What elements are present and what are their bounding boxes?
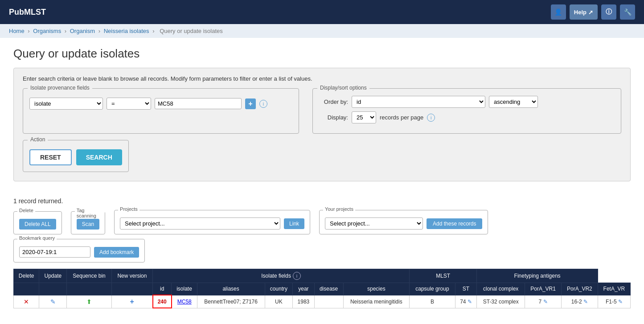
action-bars: Delete Delete ALL Tag scanning Scan Proj… bbox=[13, 210, 631, 234]
display-sort-options: Order by: id isolate country year ascend… bbox=[319, 96, 615, 123]
breadcrumb-organism[interactable]: Organism bbox=[70, 28, 95, 34]
col-group-delete: Delete bbox=[14, 269, 39, 283]
cell-porA-VR1: 7 ✎ bbox=[525, 295, 562, 308]
delete-fieldset: Delete Delete ALL bbox=[13, 211, 62, 234]
page-title: Query or update isolates bbox=[13, 47, 631, 61]
add-field-button[interactable]: + bbox=[245, 98, 256, 109]
st-edit-icon[interactable]: ✎ bbox=[468, 299, 472, 305]
breadcrumb-home[interactable]: Home bbox=[9, 28, 25, 34]
col-group-finetyping: Finetyping antigens bbox=[477, 269, 598, 283]
th-country: country bbox=[265, 283, 293, 295]
per-page-select[interactable]: 25 10 50 100 bbox=[352, 111, 376, 123]
tag-scanning-legend: Tag scanning bbox=[75, 208, 105, 218]
app-title: PubMLST bbox=[9, 8, 46, 17]
breadcrumb-neisseria[interactable]: Neisseria isolates bbox=[104, 28, 149, 34]
th-clonal-complex: clonal complex bbox=[477, 283, 525, 295]
isolate-field-select[interactable]: isolate country year disease species bbox=[29, 98, 103, 110]
th-disease: disease bbox=[314, 283, 343, 295]
order-by-label: Order by: bbox=[319, 98, 348, 105]
your-projects-fieldset: Your projects Select project... Add thes… bbox=[319, 210, 488, 234]
col-group-isolate-fields: Isolate fields i bbox=[153, 269, 410, 283]
search-panel: Enter search criteria or leave blank to … bbox=[13, 68, 631, 181]
th-id: id bbox=[153, 283, 172, 295]
porA-VR2-edit-icon[interactable]: ✎ bbox=[583, 299, 588, 305]
operator-select[interactable]: = contains starts with ends with bbox=[107, 98, 151, 110]
cell-aliases: BennettTree07; Z7176 bbox=[197, 295, 265, 308]
page-content: Query or update isolates Enter search cr… bbox=[0, 38, 644, 197]
cell-seqbin: ⬆ bbox=[67, 295, 111, 308]
delete-all-button[interactable]: Delete ALL bbox=[19, 219, 56, 230]
add-bookmark-button[interactable]: Add bookmark bbox=[94, 247, 139, 258]
help-button[interactable]: Help ➚ bbox=[570, 4, 598, 20]
settings-icon[interactable]: 🔧 bbox=[620, 4, 635, 20]
cell-capsule-group: B bbox=[410, 295, 455, 308]
th-delete-action bbox=[14, 283, 39, 295]
display-info-icon[interactable]: i bbox=[427, 114, 435, 122]
info-icon[interactable]: ⓘ bbox=[601, 4, 616, 20]
cell-disease bbox=[314, 295, 343, 308]
your-project-select[interactable]: Select project... bbox=[325, 217, 423, 230]
cell-porA-VR2: 16-2 ✎ bbox=[562, 295, 598, 308]
cell-country: UK bbox=[265, 295, 293, 308]
th-fetA-VR: FetA_VR bbox=[598, 283, 630, 295]
info-text: Enter search criteria or leave blank to … bbox=[23, 75, 621, 82]
your-projects-row: Select project... Add these records bbox=[325, 217, 482, 230]
results-table: Delete Update Sequence bin New version I… bbox=[13, 269, 631, 308]
reset-button[interactable]: RESET bbox=[29, 149, 72, 165]
top-bar-icons: 👤 Help ➚ ⓘ 🔧 bbox=[551, 4, 635, 20]
user-icon[interactable]: 👤 bbox=[551, 4, 566, 20]
tag-scanning-fieldset: Tag scanning Scan bbox=[71, 211, 105, 234]
record-count: 1 record returned. bbox=[13, 197, 631, 205]
cell-clonal-complex: ST-32 complex bbox=[477, 295, 525, 308]
table-row: ✕ ✎ ⬆ + 240 MC58 BennettTree07; Z7176 UK… bbox=[14, 295, 631, 308]
cell-st: 74 ✎ bbox=[455, 295, 477, 308]
th-year: year bbox=[293, 283, 315, 295]
cell-delete: ✕ bbox=[14, 295, 39, 308]
isolate-fields-info-icon[interactable]: i bbox=[293, 272, 301, 280]
projects-row: Select project... Link bbox=[120, 217, 304, 230]
delete-legend: Delete bbox=[17, 208, 35, 213]
cell-year: 1983 bbox=[293, 295, 315, 308]
results-area: 1 record returned. Delete Delete ALL Tag… bbox=[0, 197, 644, 317]
field-info-icon[interactable]: i bbox=[259, 100, 267, 108]
th-porA-VR2: PorA_VR2 bbox=[562, 283, 598, 295]
col-group-sequence-bin: Sequence bin bbox=[67, 269, 111, 283]
project-select[interactable]: Select project... bbox=[120, 217, 280, 230]
new-version-icon[interactable]: + bbox=[130, 298, 134, 305]
porA-VR1-edit-icon[interactable]: ✎ bbox=[543, 299, 548, 305]
isolate-link[interactable]: MC58 bbox=[177, 299, 192, 305]
fieldset-row: Isolate provenance fields isolate countr… bbox=[23, 88, 621, 134]
th-st: ST bbox=[455, 283, 477, 295]
search-button[interactable]: SEARCH bbox=[76, 149, 122, 165]
order-direction-select[interactable]: ascending descending bbox=[489, 96, 538, 108]
bookmark-legend: Bookmark query bbox=[17, 235, 57, 241]
cell-newver: + bbox=[111, 295, 152, 308]
search-value-input[interactable]: MC58 bbox=[155, 98, 242, 109]
breadcrumb: Home › Organisms › Organism › Neisseria … bbox=[0, 24, 644, 38]
display-label: Display: bbox=[319, 114, 348, 121]
fetA-VR-edit-icon[interactable]: ✎ bbox=[618, 299, 623, 305]
projects-legend: Projects bbox=[118, 206, 139, 212]
th-newver-action bbox=[111, 283, 152, 295]
field-row: isolate country year disease species = c… bbox=[29, 98, 292, 110]
table-group-headers: Delete Update Sequence bin New version I… bbox=[14, 269, 631, 283]
th-species: species bbox=[343, 283, 410, 295]
projects-fieldset: Projects Select project... Link bbox=[114, 210, 310, 234]
display-sort-legend: Display/sort options bbox=[317, 85, 369, 91]
table-col-headers: id isolate aliases country year disease … bbox=[14, 283, 631, 295]
seqbin-icon[interactable]: ⬆ bbox=[86, 298, 92, 305]
link-button[interactable]: Link bbox=[284, 218, 304, 229]
cell-update: ✎ bbox=[39, 295, 67, 308]
top-bar: PubMLST 👤 Help ➚ ⓘ 🔧 bbox=[0, 0, 644, 24]
cell-id: 240 bbox=[153, 295, 172, 308]
order-by-select[interactable]: id isolate country year bbox=[352, 96, 485, 108]
th-porA-VR1: PorA_VR1 bbox=[525, 283, 562, 295]
edit-row-icon[interactable]: ✎ bbox=[50, 298, 56, 305]
delete-row-icon[interactable]: ✕ bbox=[24, 298, 29, 305]
bookmark-input[interactable]: 2020-07-19:1 bbox=[19, 246, 90, 258]
isolate-fields-legend: Isolate provenance fields bbox=[28, 85, 92, 91]
scan-button[interactable]: Scan bbox=[77, 219, 99, 230]
breadcrumb-organisms[interactable]: Organisms bbox=[33, 28, 61, 34]
col-group-new-version: New version bbox=[111, 269, 152, 283]
add-records-button[interactable]: Add these records bbox=[427, 218, 482, 229]
